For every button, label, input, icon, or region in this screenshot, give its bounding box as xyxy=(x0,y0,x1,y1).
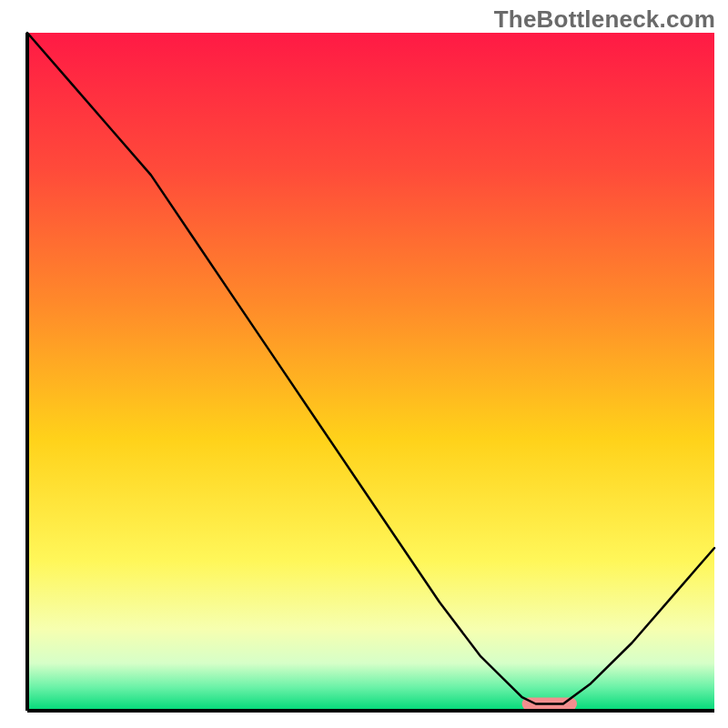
chart-container: TheBottleneck.com xyxy=(0,0,728,728)
bottleneck-chart xyxy=(0,0,728,728)
plot-area xyxy=(27,33,714,711)
